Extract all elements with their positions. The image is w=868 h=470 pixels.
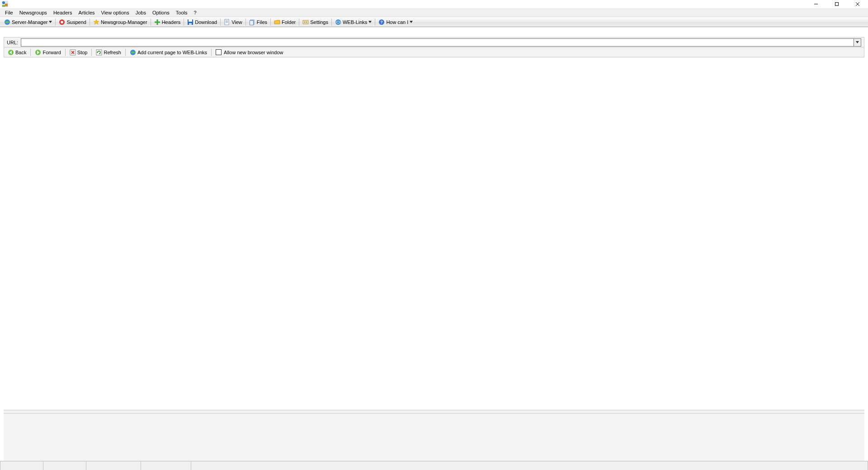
lower-panel xyxy=(4,413,864,461)
how-can-i-label: How can I xyxy=(386,19,408,25)
splitter[interactable] xyxy=(4,410,864,413)
add-page-button[interactable]: Add current page to WEB-Links xyxy=(127,48,210,57)
menu-jobs[interactable]: Jobs xyxy=(132,9,149,17)
menu-tools[interactable]: Tools xyxy=(173,9,191,17)
browser-viewport[interactable] xyxy=(4,57,864,410)
checkbox-icon xyxy=(216,49,222,55)
folder-button[interactable]: Folder xyxy=(272,18,298,27)
forward-button[interactable]: Forward xyxy=(32,48,63,57)
headers-button[interactable]: Headers xyxy=(152,18,183,27)
star-icon xyxy=(93,19,99,25)
newsgroup-manager-button[interactable]: Newsgroup-Manager xyxy=(91,18,150,27)
chevron-down-icon[interactable] xyxy=(368,20,372,24)
menu-newsgroups[interactable]: Newsgroups xyxy=(16,9,50,17)
svg-rect-14 xyxy=(155,21,160,23)
stop-circle-icon xyxy=(59,19,65,25)
svg-rect-16 xyxy=(189,19,192,22)
menu-file[interactable]: File xyxy=(2,9,16,17)
menu-options[interactable]: Options xyxy=(149,9,173,17)
web-links-button[interactable]: WEB-Links xyxy=(333,18,374,27)
status-cell xyxy=(141,461,191,470)
svg-text:?: ? xyxy=(381,20,383,24)
separator xyxy=(220,19,221,26)
folder-label: Folder xyxy=(282,19,296,25)
menu-help[interactable]: ? xyxy=(191,9,200,17)
download-button[interactable]: Download xyxy=(185,18,219,27)
separator xyxy=(184,19,184,26)
status-cell xyxy=(191,461,868,470)
minimize-button[interactable] xyxy=(806,0,826,8)
status-cell xyxy=(86,461,141,470)
settings-icon xyxy=(302,19,309,25)
refresh-icon xyxy=(96,49,102,56)
svg-marker-28 xyxy=(368,21,372,23)
help-icon: ? xyxy=(378,19,385,25)
menu-view-options[interactable]: View options xyxy=(98,9,132,17)
folder-icon xyxy=(274,19,280,25)
separator xyxy=(125,49,126,56)
svg-marker-9 xyxy=(49,21,52,23)
add-page-label: Add current page to WEB-Links xyxy=(137,50,207,55)
svg-rect-11 xyxy=(61,21,63,23)
how-can-i-button[interactable]: ? How can I xyxy=(376,18,415,27)
url-combo[interactable] xyxy=(21,38,861,47)
url-bar: URL: xyxy=(4,37,864,47)
stop-label: Stop xyxy=(77,50,88,55)
document-icon xyxy=(224,19,230,25)
separator xyxy=(331,19,332,26)
globe-icon xyxy=(4,19,10,25)
refresh-button[interactable]: Refresh xyxy=(93,48,124,57)
back-button[interactable]: Back xyxy=(5,48,29,57)
main-toolbar: Server-Manager Suspend Newsgroup-Manager… xyxy=(0,17,868,27)
chevron-down-icon[interactable] xyxy=(49,20,52,24)
separator xyxy=(270,19,271,26)
window-controls xyxy=(806,0,868,8)
status-cell xyxy=(0,461,43,470)
url-input[interactable] xyxy=(21,39,854,45)
forward-icon xyxy=(35,49,41,56)
svg-rect-2 xyxy=(5,4,8,6)
content-area xyxy=(4,57,864,461)
titlebar xyxy=(0,0,868,8)
download-label: Download xyxy=(195,19,217,25)
separator xyxy=(91,49,92,56)
status-cell xyxy=(43,461,86,470)
headers-label: Headers xyxy=(162,19,181,25)
files-button[interactable]: Files xyxy=(247,18,269,27)
save-icon xyxy=(187,19,193,25)
newsgroup-manager-label: Newsgroup-Manager xyxy=(101,19,147,25)
forward-label: Forward xyxy=(42,50,61,55)
menu-articles[interactable]: Articles xyxy=(75,9,98,17)
browser-toolbar: Back Forward Stop Refresh xyxy=(4,47,864,57)
menu-headers[interactable]: Headers xyxy=(50,9,75,17)
back-label: Back xyxy=(15,50,26,55)
allow-new-window-checkbox[interactable]: Allow new browser window xyxy=(213,49,286,56)
separator xyxy=(151,19,151,26)
svg-marker-12 xyxy=(94,19,99,24)
url-dropdown-button[interactable] xyxy=(854,39,861,46)
status-bar xyxy=(0,461,868,470)
view-button[interactable]: View xyxy=(222,18,245,27)
files-icon xyxy=(249,19,255,25)
server-manager-button[interactable]: Server-Manager xyxy=(2,18,54,27)
menubar: File Newsgroups Headers Articles View op… xyxy=(0,8,868,17)
settings-button[interactable]: Settings xyxy=(300,18,330,27)
allow-new-window-label: Allow new browser window xyxy=(224,50,283,55)
close-button[interactable] xyxy=(847,0,868,8)
svg-point-1 xyxy=(2,1,5,4)
separator xyxy=(55,19,56,26)
url-label: URL: xyxy=(7,40,18,45)
chevron-down-icon[interactable] xyxy=(410,20,413,24)
globe-link-icon xyxy=(335,19,341,25)
suspend-label: Suspend xyxy=(66,19,86,25)
maximize-button[interactable] xyxy=(826,0,847,8)
separator xyxy=(30,49,31,56)
svg-point-25 xyxy=(304,22,305,23)
suspend-button[interactable]: Suspend xyxy=(57,18,88,27)
separator xyxy=(211,49,212,56)
stop-button[interactable]: Stop xyxy=(67,48,90,57)
separator xyxy=(375,19,375,26)
view-label: View xyxy=(231,19,242,25)
svg-rect-18 xyxy=(225,19,229,25)
refresh-label: Refresh xyxy=(104,50,121,55)
